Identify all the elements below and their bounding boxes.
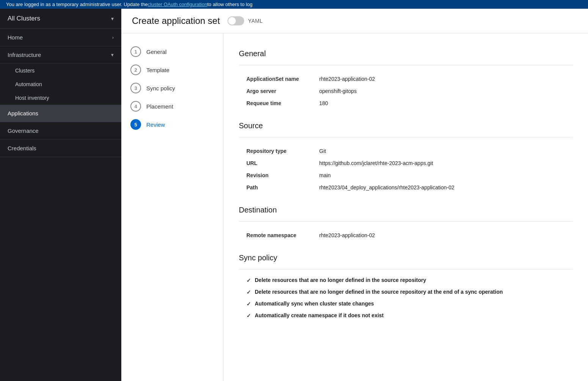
- top-banner: You are logged in as a temporary adminis…: [0, 0, 588, 9]
- general-divider: [239, 65, 573, 65]
- step-5-review[interactable]: 5 Review: [121, 115, 223, 134]
- chevron-down-icon: ▾: [111, 52, 114, 58]
- sidebar-item-host-inventory[interactable]: Host inventory: [0, 91, 121, 105]
- yaml-toggle-wrap: YAML: [227, 16, 263, 25]
- sidebar-item-automation[interactable]: Automation: [0, 77, 121, 91]
- field-label: URL: [239, 157, 315, 169]
- field-value: openshift-gitops: [315, 85, 573, 97]
- sync-policy-item-text: Delete resources that are no longer defi…: [255, 277, 426, 283]
- step-1-number: 1: [130, 46, 141, 57]
- table-row: URLhttps://github.com/jclaret/rhte-2023-…: [239, 157, 573, 169]
- sidebar-item-label: Applications: [8, 110, 38, 117]
- table-row: Repository typeGit: [239, 145, 573, 157]
- destination-divider: [239, 221, 573, 222]
- source-table: Repository typeGitURLhttps://github.com/…: [239, 145, 573, 194]
- step-4-placement[interactable]: 4 Placement: [121, 97, 223, 115]
- step-5-number: 5: [130, 119, 141, 130]
- field-value: https://github.com/jclaret/rhte-2023-acm…: [315, 157, 573, 169]
- sidebar-item-label: Home: [8, 34, 23, 41]
- list-item: ✓Delete resources that are no longer def…: [246, 277, 573, 283]
- field-label: ApplicationSet name: [239, 73, 315, 85]
- content-area: Create application set YAML 1 General 2 …: [121, 9, 588, 381]
- sync-policy-item-text: Automatically create namespace if it doe…: [255, 312, 384, 318]
- sidebar-sub-label: Automation: [15, 81, 42, 87]
- field-label: Revision: [239, 169, 315, 181]
- field-value: 180: [315, 97, 573, 109]
- sync-policy-section-title: Sync policy: [239, 253, 573, 262]
- field-value: rhte2023-application-02: [315, 73, 573, 85]
- banner-text: You are logged in as a temporary adminis…: [6, 2, 148, 7]
- sidebar-sub-label: Clusters: [15, 68, 34, 74]
- check-icon: ✓: [246, 277, 251, 283]
- list-item: ✓Automatically sync when cluster state c…: [246, 301, 573, 307]
- check-icon: ✓: [246, 289, 251, 295]
- yaml-toggle-label: YAML: [248, 18, 263, 24]
- table-row: Remote namespacerhte2023-application-02: [239, 229, 573, 241]
- field-value: rhte2023-application-02: [315, 229, 573, 241]
- general-section-title: General: [239, 49, 573, 58]
- field-label: Remote namespace: [239, 229, 315, 241]
- destination-section-title: Destination: [239, 206, 573, 214]
- review-panel: General ApplicationSet namerhte2023-appl…: [224, 33, 588, 381]
- step-3-number: 3: [130, 83, 141, 93]
- sidebar: All Clusters ▾ Home › Infrastructure ▾ C…: [0, 9, 121, 381]
- sidebar-cluster-selector[interactable]: All Clusters ▾: [0, 9, 121, 29]
- banner-text-after: to allow others to log: [207, 2, 252, 7]
- oauth-config-link[interactable]: cluster OAuth configuration: [148, 2, 207, 7]
- list-item: ✓Automatically create namespace if it do…: [246, 312, 573, 319]
- sidebar-cluster-label: All Clusters: [8, 15, 40, 22]
- sidebar-item-home[interactable]: Home ›: [0, 29, 121, 46]
- step-1-label: General: [146, 49, 166, 55]
- step-3-label: Sync policy: [146, 85, 175, 91]
- table-row: Requeue time180: [239, 97, 573, 109]
- step-2-template[interactable]: 2 Template: [121, 61, 223, 79]
- sidebar-item-clusters[interactable]: Clusters: [0, 64, 121, 77]
- step-4-number: 4: [130, 101, 141, 112]
- step-5-label: Review: [146, 121, 165, 128]
- table-row: Revisionmain: [239, 169, 573, 181]
- table-row: Argo serveropenshift-gitops: [239, 85, 573, 97]
- check-icon: ✓: [246, 313, 251, 319]
- content-header: Create application set YAML: [121, 9, 588, 33]
- page-title: Create application set: [132, 16, 220, 26]
- sidebar-item-label: Governance: [8, 128, 39, 134]
- field-label: Argo server: [239, 85, 315, 97]
- main-layout: All Clusters ▾ Home › Infrastructure ▾ C…: [0, 9, 588, 381]
- sidebar-item-infrastructure[interactable]: Infrastructure ▾: [0, 46, 121, 64]
- field-value: Git: [315, 145, 573, 157]
- step-1-general[interactable]: 1 General: [121, 43, 223, 61]
- sidebar-item-governance[interactable]: Governance: [0, 122, 121, 140]
- steps-and-review: 1 General 2 Template 3 Sync policy 4 Pla…: [121, 33, 588, 381]
- sync-policy-list: ✓Delete resources that are no longer def…: [239, 277, 573, 319]
- check-icon: ✓: [246, 301, 251, 307]
- destination-table: Remote namespacerhte2023-application-02: [239, 229, 573, 241]
- chevron-down-icon: ▾: [111, 16, 114, 22]
- yaml-toggle[interactable]: [227, 16, 244, 25]
- sync-policy-divider: [239, 269, 573, 269]
- sidebar-item-credentials[interactable]: Credentials: [0, 140, 121, 157]
- source-section-title: Source: [239, 121, 573, 130]
- sidebar-item-applications[interactable]: Applications: [0, 105, 121, 122]
- steps-panel: 1 General 2 Template 3 Sync policy 4 Pla…: [121, 33, 224, 381]
- table-row: Pathrhte2023/04_deploy_applications/rhte…: [239, 181, 573, 194]
- sync-policy-item-text: Automatically sync when cluster state ch…: [255, 301, 374, 307]
- step-3-sync-policy[interactable]: 3 Sync policy: [121, 79, 223, 97]
- field-value: rhte2023/04_deploy_applications/rhte2023…: [315, 181, 573, 194]
- list-item: ✓Delete resources that are no longer def…: [246, 289, 573, 295]
- field-label: Path: [239, 181, 315, 194]
- step-2-label: Template: [146, 67, 169, 73]
- sidebar-item-label: Infrastructure: [8, 52, 41, 58]
- field-value: main: [315, 169, 573, 181]
- sync-policy-item-text: Delete resources that are no longer defi…: [255, 289, 503, 295]
- sidebar-item-label: Credentials: [8, 145, 36, 151]
- step-2-number: 2: [130, 65, 141, 75]
- sidebar-sub-label: Host inventory: [15, 95, 49, 101]
- step-4-label: Placement: [146, 103, 173, 110]
- field-label: Requeue time: [239, 97, 315, 109]
- table-row: ApplicationSet namerhte2023-application-…: [239, 73, 573, 85]
- general-table: ApplicationSet namerhte2023-application-…: [239, 73, 573, 109]
- chevron-right-icon: ›: [112, 35, 114, 40]
- field-label: Repository type: [239, 145, 315, 157]
- source-divider: [239, 137, 573, 137]
